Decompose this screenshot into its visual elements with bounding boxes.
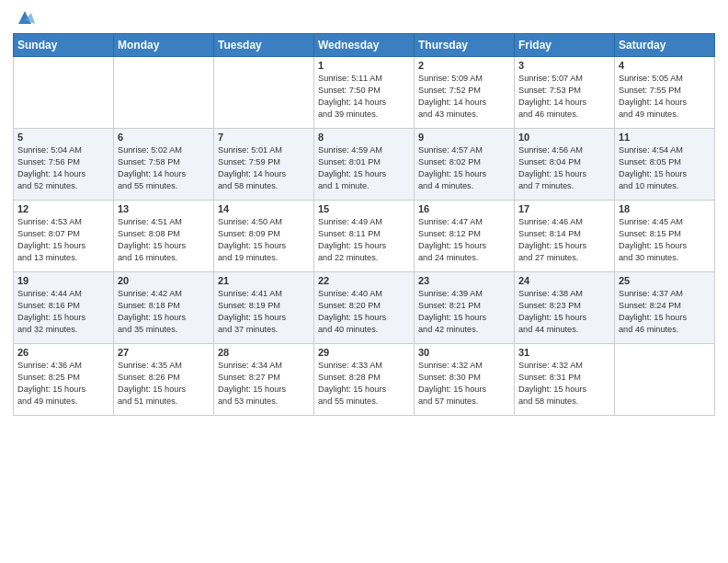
day-info: Sunrise: 4:45 AM Sunset: 8:15 PM Dayligh… (619, 216, 711, 264)
day-number: 8 (318, 132, 410, 143)
day-info: Sunrise: 4:54 AM Sunset: 8:05 PM Dayligh… (619, 144, 711, 192)
day-info: Sunrise: 5:02 AM Sunset: 7:58 PM Dayligh… (118, 144, 210, 192)
calendar-cell: 11Sunrise: 4:54 AM Sunset: 8:05 PM Dayli… (615, 129, 715, 201)
calendar-cell (615, 344, 715, 416)
day-number: 21 (218, 275, 310, 286)
day-number: 25 (619, 275, 711, 286)
calendar-cell: 4Sunrise: 5:05 AM Sunset: 7:55 PM Daylig… (615, 57, 715, 129)
day-info: Sunrise: 4:44 AM Sunset: 8:16 PM Dayligh… (17, 288, 109, 336)
calendar-cell: 26Sunrise: 4:36 AM Sunset: 8:25 PM Dayli… (14, 344, 114, 416)
day-number: 3 (518, 60, 610, 71)
day-info: Sunrise: 4:38 AM Sunset: 8:23 PM Dayligh… (518, 288, 610, 336)
calendar-cell: 5Sunrise: 5:04 AM Sunset: 7:56 PM Daylig… (14, 129, 114, 201)
calendar-cell: 20Sunrise: 4:42 AM Sunset: 8:18 PM Dayli… (114, 272, 214, 344)
day-info: Sunrise: 4:34 AM Sunset: 8:27 PM Dayligh… (218, 360, 310, 408)
calendar-cell: 27Sunrise: 4:35 AM Sunset: 8:26 PM Dayli… (114, 344, 214, 416)
day-info: Sunrise: 4:57 AM Sunset: 8:02 PM Dayligh… (418, 144, 510, 192)
day-number: 24 (518, 275, 610, 286)
calendar-cell: 25Sunrise: 4:37 AM Sunset: 8:24 PM Dayli… (615, 272, 715, 344)
calendar-cell: 8Sunrise: 4:59 AM Sunset: 8:01 PM Daylig… (314, 129, 415, 201)
calendar-table: SundayMondayTuesdayWednesdayThursdayFrid… (13, 33, 715, 416)
calendar-cell: 13Sunrise: 4:51 AM Sunset: 8:08 PM Dayli… (114, 201, 214, 272)
day-info: Sunrise: 4:37 AM Sunset: 8:24 PM Dayligh… (619, 288, 711, 336)
calendar-cell (214, 57, 314, 129)
calendar-cell (14, 57, 114, 129)
calendar-cell: 30Sunrise: 4:32 AM Sunset: 8:30 PM Dayli… (415, 344, 515, 416)
day-number: 9 (418, 132, 510, 143)
calendar-cell: 9Sunrise: 4:57 AM Sunset: 8:02 PM Daylig… (415, 129, 515, 201)
calendar-cell: 16Sunrise: 4:47 AM Sunset: 8:12 PM Dayli… (415, 201, 515, 272)
calendar-cell: 14Sunrise: 4:50 AM Sunset: 8:09 PM Dayli… (214, 201, 314, 272)
day-info: Sunrise: 4:41 AM Sunset: 8:19 PM Dayligh… (218, 288, 310, 336)
day-info: Sunrise: 4:59 AM Sunset: 8:01 PM Dayligh… (318, 144, 410, 192)
calendar-cell: 29Sunrise: 4:33 AM Sunset: 8:28 PM Dayli… (314, 344, 415, 416)
calendar-cell: 31Sunrise: 4:32 AM Sunset: 8:31 PM Dayli… (515, 344, 615, 416)
calendar-header-row: SundayMondayTuesdayWednesdayThursdayFrid… (14, 34, 715, 57)
calendar-header-saturday: Saturday (615, 34, 715, 57)
day-info: Sunrise: 4:35 AM Sunset: 8:26 PM Dayligh… (118, 360, 210, 408)
calendar-week-row: 1Sunrise: 5:11 AM Sunset: 7:50 PM Daylig… (14, 57, 715, 129)
day-info: Sunrise: 4:36 AM Sunset: 8:25 PM Dayligh… (17, 360, 109, 408)
calendar-cell: 7Sunrise: 5:01 AM Sunset: 7:59 PM Daylig… (214, 129, 314, 201)
day-number: 22 (318, 275, 410, 286)
day-number: 19 (17, 275, 109, 286)
day-info: Sunrise: 4:51 AM Sunset: 8:08 PM Dayligh… (118, 216, 210, 264)
calendar-cell: 1Sunrise: 5:11 AM Sunset: 7:50 PM Daylig… (314, 57, 415, 129)
day-number: 4 (619, 60, 711, 71)
calendar-header-friday: Friday (515, 34, 615, 57)
calendar-week-row: 26Sunrise: 4:36 AM Sunset: 8:25 PM Dayli… (14, 344, 715, 416)
calendar-cell: 10Sunrise: 4:56 AM Sunset: 8:04 PM Dayli… (515, 129, 615, 201)
day-info: Sunrise: 4:32 AM Sunset: 8:30 PM Dayligh… (418, 360, 510, 408)
day-number: 18 (619, 203, 711, 214)
day-number: 20 (118, 275, 210, 286)
day-info: Sunrise: 5:09 AM Sunset: 7:52 PM Dayligh… (418, 73, 510, 121)
day-number: 14 (218, 203, 310, 214)
day-number: 30 (418, 347, 510, 358)
day-number: 5 (17, 132, 109, 143)
day-number: 2 (418, 60, 510, 71)
day-info: Sunrise: 4:56 AM Sunset: 8:04 PM Dayligh… (518, 144, 610, 192)
calendar-week-row: 19Sunrise: 4:44 AM Sunset: 8:16 PM Dayli… (14, 272, 715, 344)
day-number: 1 (318, 60, 410, 71)
page: SundayMondayTuesdayWednesdayThursdayFrid… (0, 0, 728, 563)
day-number: 28 (218, 347, 310, 358)
calendar-cell: 2Sunrise: 5:09 AM Sunset: 7:52 PM Daylig… (415, 57, 515, 129)
day-info: Sunrise: 4:42 AM Sunset: 8:18 PM Dayligh… (118, 288, 210, 336)
calendar-cell: 15Sunrise: 4:49 AM Sunset: 8:11 PM Dayli… (314, 201, 415, 272)
day-info: Sunrise: 4:49 AM Sunset: 8:11 PM Dayligh… (318, 216, 410, 264)
day-number: 13 (118, 203, 210, 214)
day-info: Sunrise: 4:32 AM Sunset: 8:31 PM Dayligh… (518, 360, 610, 408)
calendar-cell (114, 57, 214, 129)
calendar-header-thursday: Thursday (415, 34, 515, 57)
day-info: Sunrise: 4:53 AM Sunset: 8:07 PM Dayligh… (17, 216, 109, 264)
calendar-week-row: 5Sunrise: 5:04 AM Sunset: 7:56 PM Daylig… (14, 129, 715, 201)
day-info: Sunrise: 5:07 AM Sunset: 7:53 PM Dayligh… (518, 73, 610, 121)
logo-icon (15, 7, 35, 28)
day-number: 6 (118, 132, 210, 143)
day-number: 17 (518, 203, 610, 214)
day-info: Sunrise: 4:46 AM Sunset: 8:14 PM Dayligh… (518, 216, 610, 264)
calendar-header-sunday: Sunday (14, 34, 114, 57)
day-info: Sunrise: 4:50 AM Sunset: 8:09 PM Dayligh… (218, 216, 310, 264)
day-info: Sunrise: 4:40 AM Sunset: 8:20 PM Dayligh… (318, 288, 410, 336)
day-number: 11 (619, 132, 711, 143)
calendar-cell: 28Sunrise: 4:34 AM Sunset: 8:27 PM Dayli… (214, 344, 314, 416)
calendar-cell: 6Sunrise: 5:02 AM Sunset: 7:58 PM Daylig… (114, 129, 214, 201)
day-info: Sunrise: 4:47 AM Sunset: 8:12 PM Dayligh… (418, 216, 510, 264)
day-number: 16 (418, 203, 510, 214)
day-number: 27 (118, 347, 210, 358)
calendar-header-tuesday: Tuesday (214, 34, 314, 57)
day-number: 31 (518, 347, 610, 358)
day-info: Sunrise: 5:04 AM Sunset: 7:56 PM Dayligh… (17, 144, 109, 192)
day-info: Sunrise: 5:11 AM Sunset: 7:50 PM Dayligh… (318, 73, 410, 121)
day-number: 7 (218, 132, 310, 143)
calendar-cell: 22Sunrise: 4:40 AM Sunset: 8:20 PM Dayli… (314, 272, 415, 344)
calendar-cell: 12Sunrise: 4:53 AM Sunset: 8:07 PM Dayli… (14, 201, 114, 272)
calendar-cell: 21Sunrise: 4:41 AM Sunset: 8:19 PM Dayli… (214, 272, 314, 344)
calendar-cell: 18Sunrise: 4:45 AM Sunset: 8:15 PM Dayli… (615, 201, 715, 272)
calendar-header-monday: Monday (114, 34, 214, 57)
day-info: Sunrise: 5:05 AM Sunset: 7:55 PM Dayligh… (619, 73, 711, 121)
calendar-cell: 23Sunrise: 4:39 AM Sunset: 8:21 PM Dayli… (415, 272, 515, 344)
day-number: 10 (518, 132, 610, 143)
day-number: 29 (318, 347, 410, 358)
